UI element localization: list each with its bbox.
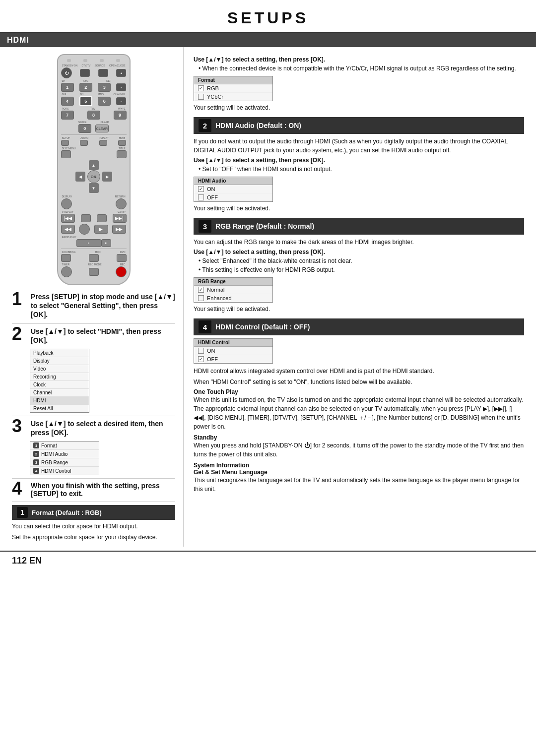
setup-btn[interactable] (61, 140, 69, 146)
step1-block: 1 Press [SETUP] in stop mode and use [▲/… (12, 292, 175, 319)
format-option-box: Format RGB YCbCr (194, 76, 273, 101)
section-header: HDMI (0, 33, 536, 47)
hdmi-audio-instruction: Use [▲/▼] to select a setting, then pres… (194, 157, 524, 164)
standby-btn[interactable]: ⏻ (61, 67, 72, 78)
rgb-range-block: 3 RGB Range (Default : Normal) You can a… (194, 218, 524, 313)
timer-btn[interactable] (61, 266, 72, 277)
source-btn[interactable] (98, 69, 108, 77)
rgb-range-header: 3 RGB Range (Default : Normal) (194, 218, 524, 235)
return-btn[interactable] (116, 198, 127, 209)
rgb-range-text: You can adjust the RGB range to make the… (194, 238, 524, 247)
rgb-range-option-header: RGB Range (194, 278, 272, 286)
format-rgb-check (198, 85, 204, 91)
hdmi-control-off: OFF (194, 355, 272, 363)
ok-btn[interactable]: OK (87, 170, 100, 183)
hdmi-control-option-header: HDMI Control (194, 339, 272, 347)
nav-left-btn[interactable]: ◀ (75, 172, 85, 182)
vreplay-btn[interactable] (81, 214, 91, 222)
nav-up-btn[interactable]: ▲ (89, 160, 99, 170)
format-num: 1 (17, 507, 28, 518)
hdmi-audio-title: HDMI Audio (Default : ON) (215, 122, 301, 129)
left-column: STANDBY-ONDTV/TVSOURCEOPEN/CLOSE ⏻ ▲ Ø/:… (0, 47, 184, 547)
play-btn[interactable]: ▶ (94, 225, 108, 234)
rgb-range-instruction: Use [▲/▼] to select a setting, then pres… (194, 249, 524, 255)
hdmi-control-text1: HDMI control allows integrated system co… (194, 367, 524, 376)
hdmi-audio-activated: Your setting will be activated. (194, 205, 524, 212)
get-set-text: This unit recognizes the language set fo… (194, 476, 524, 494)
audio-btn[interactable] (80, 140, 88, 146)
format-right-block: Use [▲/▼] to select a setting, then pres… (194, 56, 524, 111)
menu-item-video: Video (30, 365, 89, 373)
menu-item-hdmi: HDMI (30, 397, 89, 405)
plus-btn[interactable]: + (116, 83, 126, 91)
menu-item-recording: Recording (30, 373, 89, 381)
dvd-btn[interactable] (117, 254, 127, 262)
num1-btn[interactable]: 1 (61, 83, 74, 92)
num8-btn[interactable]: 8 (87, 111, 100, 120)
num4-btn[interactable]: 4 (61, 97, 74, 106)
step3-menu: 1Format 2HDMI Audio 3RGB Range 4HDMI Con… (30, 441, 99, 475)
num9-btn[interactable]: 9 (114, 111, 127, 120)
format-bullet: • When the connected device is not compa… (194, 64, 524, 73)
rgb-range-enhanced-check (198, 295, 204, 301)
num0-btn[interactable]: 0 (78, 124, 91, 133)
step4-num: 4 (12, 480, 28, 498)
disc-menu-btn[interactable] (61, 150, 71, 158)
ff-btn[interactable]: ▶▶ (112, 225, 126, 234)
step3-item-audio: 2HDMI Audio (30, 450, 99, 458)
hdmi-btn[interactable] (118, 140, 126, 146)
format-instruction: Use [▲/▼] to select a setting, then pres… (194, 56, 524, 63)
next-btn[interactable]: ▶▶| (113, 214, 127, 223)
menu-item-channel: Channel (30, 389, 89, 397)
hdmi-audio-on-check (198, 186, 204, 192)
nav-down-btn[interactable]: ▼ (89, 183, 99, 193)
num7-btn[interactable]: 7 (61, 111, 74, 120)
vskip-btn[interactable] (97, 214, 107, 222)
standby-text: When you press and hold [STANDBY-ON ⏻] f… (194, 441, 524, 459)
nav-right-btn[interactable]: ▶ (102, 172, 112, 182)
num2-btn[interactable]: 2 (79, 83, 92, 92)
hdmi-control-off-label: OFF (207, 356, 218, 362)
hdmi-audio-off-check (198, 194, 204, 200)
open-close-btn[interactable]: ▲ (116, 69, 126, 77)
rgb-range-num: 3 (199, 220, 211, 233)
format-option-header: Format (194, 76, 272, 84)
pause2-btn[interactable]: ⏸ (101, 239, 111, 247)
ddubbing-btn[interactable] (61, 254, 71, 262)
minus-btn[interactable]: – (116, 97, 126, 105)
step2-menu: Playback Display Video Recording Clock C… (30, 349, 89, 413)
format-text1: You can select the color space for HDMI … (12, 522, 175, 531)
num3-btn[interactable]: 3 (98, 83, 111, 92)
stop-btn[interactable] (79, 224, 90, 235)
rgb-range-activated: Your setting will be activated. (194, 306, 524, 313)
display-btn[interactable] (61, 198, 72, 209)
one-touch-play-text: When this unit is turned on, the TV also… (194, 395, 524, 431)
hdd-btn[interactable] (89, 254, 99, 262)
rec-btn[interactable] (116, 266, 127, 277)
section-label: HDMI (7, 36, 29, 44)
hdmi-control-num: 4 (199, 320, 211, 333)
system-info-section: System Information Get & Set Menu Langua… (194, 462, 524, 494)
rgb-range-normal: Normal (194, 286, 272, 294)
repeat-btn[interactable] (99, 140, 107, 146)
menu-item-display: Display (30, 357, 89, 365)
clear-btn[interactable]: CLEAR (95, 125, 109, 132)
num6-btn[interactable]: 6 (98, 97, 111, 106)
pause-btn[interactable]: ⏸ (76, 239, 101, 247)
one-touch-play-title: One Touch Play (194, 388, 524, 395)
hdmi-control-title: HDMI Control (Default : OFF) (215, 323, 310, 331)
hdmi-audio-bullet: • Set to "OFF" when the HDMI sound is no… (194, 165, 524, 174)
rec-mode-btn[interactable] (89, 268, 99, 276)
num5-btn[interactable]: 5 (79, 96, 92, 106)
rew-btn[interactable]: ◀◀ (61, 225, 75, 234)
right-column: Use [▲/▼] to select a setting, then pres… (184, 47, 536, 547)
prev-btn[interactable]: |◀◀ (61, 214, 75, 223)
hdmi-control-on-check (198, 348, 204, 354)
format-text2: Set the appropriate color space for your… (12, 533, 175, 542)
dtv-tv-btn[interactable] (80, 69, 90, 77)
remote-light (67, 59, 71, 62)
title-btn[interactable] (117, 150, 127, 158)
hdmi-audio-off-label: OFF (207, 194, 218, 200)
step3-item-control: 4HDMI Control (30, 467, 99, 475)
remote-light (100, 59, 104, 62)
